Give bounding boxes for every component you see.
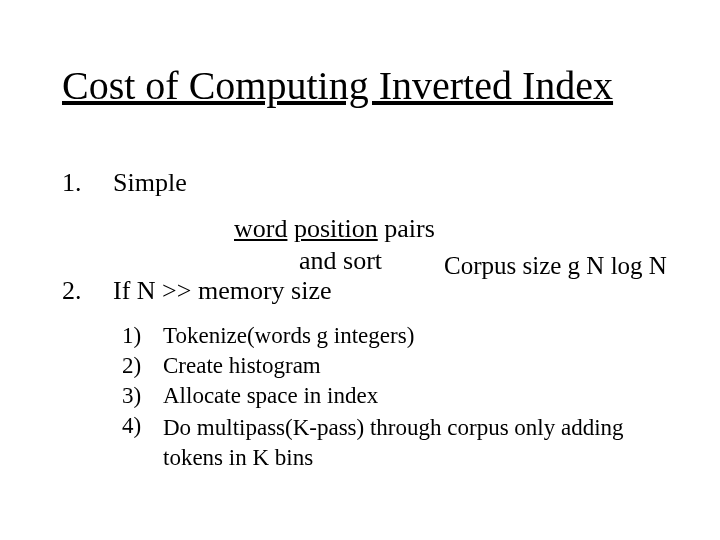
arrow-icon: g [317, 323, 329, 348]
line-word-position-pairs: word position pairs [234, 214, 435, 244]
sublist-number-3: 3) [122, 383, 141, 409]
corpus-size: Corpus size g N log N [444, 252, 667, 280]
slide-title: Cost of Computing Inverted Index [62, 62, 613, 109]
sublist-item-2: Create histogram [163, 353, 321, 379]
list-number-2: 2. [62, 276, 82, 306]
list-item-1: Simple [113, 168, 187, 198]
sublist-number-4: 4) [122, 413, 141, 439]
position-underline: position [294, 214, 378, 243]
pairs-text: pairs [384, 214, 435, 243]
tokenize-b: integers) [328, 323, 414, 348]
sublist-item-1: Tokenize(words g integers) [163, 323, 414, 349]
sublist-item-3: Allocate space in index [163, 383, 378, 409]
sublist-item-4: Do multipass(K-pass) through corpus only… [163, 413, 663, 473]
list-item-2: If N >> memory size [113, 276, 332, 306]
tokenize-a: Tokenize(words [163, 323, 317, 348]
line-and-sort: and sort [299, 246, 382, 276]
sublist-number-1: 1) [122, 323, 141, 349]
word-underline: word [234, 214, 287, 243]
slide: Cost of Computing Inverted Index 1. Simp… [0, 0, 720, 540]
sublist-number-2: 2) [122, 353, 141, 379]
list-number-1: 1. [62, 168, 82, 198]
